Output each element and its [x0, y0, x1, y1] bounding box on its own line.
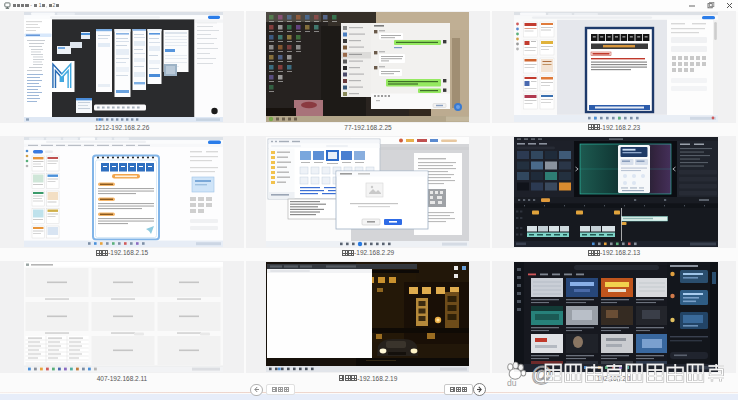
svg-text:du: du [507, 378, 517, 388]
